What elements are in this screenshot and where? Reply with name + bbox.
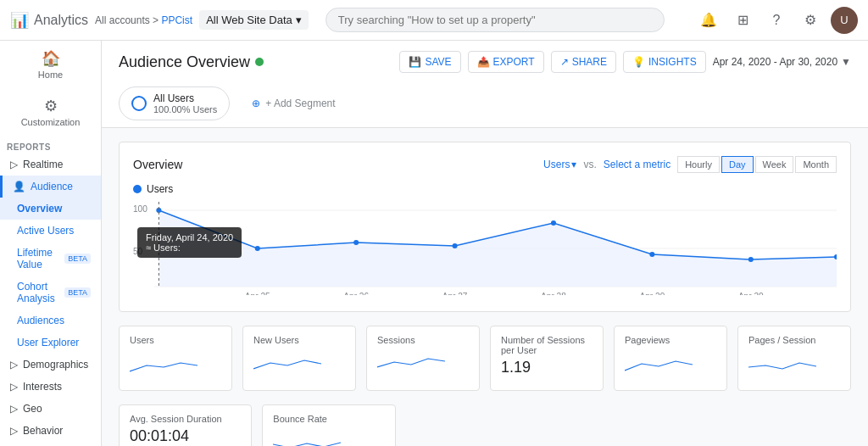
all-users-segment[interactable]: All Users 100.00% Users — [119, 86, 230, 120]
chevron-right-icon-geo: ▷ — [10, 403, 18, 415]
metrics-row: Users New Users Sessions — [119, 326, 851, 391]
date-range-arrow: ▼ — [841, 56, 851, 68]
home-icon: 🏠 — [42, 49, 60, 68]
chevron-right-icon: ▷ — [10, 159, 18, 170]
segment-bar: All Users 100.00% Users ⊕ + Add Segment — [119, 80, 851, 127]
app-title: Analytics — [34, 13, 88, 28]
chart-container: Overview Users ▾ vs. Select a metric Hou… — [119, 142, 851, 312]
save-button[interactable]: 💾 SAVE — [399, 51, 460, 73]
status-dot — [255, 58, 264, 66]
svg-point-9 — [453, 243, 458, 248]
settings-icon[interactable]: ⚙ — [797, 7, 824, 34]
metric-card-avg-session: Avg. Session Duration 00:01:04 — [119, 404, 252, 446]
sidebar-item-behavior[interactable]: ▷ Behavior — [0, 420, 101, 442]
share-button[interactable]: ↗ SHARE — [551, 51, 616, 73]
svg-text:Apr 25: Apr 25 — [245, 292, 270, 295]
nav-icons: 🔔 ⊞ ? ⚙ U — [695, 7, 858, 34]
page-header: Audience Overview 💾 SAVE 📤 EXPORT ↗ SHAR… — [102, 41, 868, 128]
add-segment-circle: ⊕ — [252, 98, 260, 109]
overview-label: Overview — [133, 158, 182, 171]
svg-text:Apr 26: Apr 26 — [343, 292, 369, 295]
time-btn-month[interactable]: Month — [795, 156, 837, 173]
sidebar-item-realtime[interactable]: ▷ Realtime — [0, 153, 101, 176]
sidebar-item-geo[interactable]: ▷ Geo — [0, 398, 101, 420]
new-users-sparkline — [253, 350, 321, 376]
sidebar-item-technology[interactable]: ▷ Technology — [0, 442, 101, 446]
svg-point-11 — [649, 252, 654, 257]
overview-header: Overview Users ▾ vs. Select a metric Hou… — [133, 156, 837, 173]
sidebar-item-user-explorer[interactable]: User Explorer — [0, 332, 101, 354]
sidebar-item-cohort[interactable]: Cohort Analysis BETA — [0, 276, 101, 309]
vs-label: vs. — [583, 159, 596, 170]
metric-card-new-users: New Users — [242, 326, 356, 391]
analytics-logo-icon: 📊 — [10, 11, 29, 30]
chevron-right-icon-beh: ▷ — [10, 425, 18, 437]
sidebar-item-active-users[interactable]: Active Users — [0, 220, 101, 242]
sidebar-item-overview[interactable]: Overview — [0, 198, 101, 220]
sidebar-item-home[interactable]: 🏠 Home — [0, 41, 101, 88]
sidebar-item-audience[interactable]: 👤 Audience — [0, 176, 101, 198]
logo-area: 📊 Analytics — [10, 11, 88, 30]
chevron-right-icon-int: ▷ — [10, 381, 18, 393]
select-metric-button[interactable]: Select a metric — [604, 159, 670, 170]
search-input[interactable] — [326, 8, 665, 32]
svg-point-10 — [551, 220, 556, 226]
svg-text:100: 100 — [133, 204, 147, 214]
users-legend-dot — [133, 185, 142, 193]
metric-card-pageviews: Pageviews — [614, 326, 727, 391]
segment-circle-icon — [131, 96, 147, 111]
metric-card-sessions-per-user: Number of Sessions per User 1.19 — [490, 326, 604, 391]
audience-icon: 👤 — [13, 181, 25, 192]
add-segment-button[interactable]: ⊕ + Add Segment — [240, 92, 347, 114]
pps-sparkline — [748, 350, 816, 376]
sidebar-item-audiences[interactable]: Audiences — [0, 309, 101, 332]
svg-point-7 — [255, 246, 260, 251]
time-btn-day[interactable]: Day — [721, 156, 754, 173]
export-button[interactable]: 📤 EXPORT — [468, 51, 544, 73]
page-header-top: Audience Overview 💾 SAVE 📤 EXPORT ↗ SHAR… — [119, 51, 851, 73]
svg-text:Apr 29: Apr 29 — [639, 292, 665, 295]
notifications-icon[interactable]: 🔔 — [695, 7, 722, 34]
time-btn-week[interactable]: Week — [755, 156, 794, 173]
page-title: Audience Overview — [119, 53, 264, 71]
chevron-right-icon-demo: ▷ — [10, 359, 18, 371]
bounce-sparkline — [273, 429, 341, 446]
sidebar-item-customization[interactable]: ⚙ Customization — [0, 88, 101, 136]
svg-text:Apr 30: Apr 30 — [738, 292, 764, 295]
metric-controls: Users ▾ vs. Select a metric — [543, 159, 670, 170]
metrics-row-2: Avg. Session Duration 00:01:04 Bounce Ra… — [119, 404, 851, 446]
breadcrumb: All accounts > PPCist — [95, 14, 192, 26]
apps-grid-icon[interactable]: ⊞ — [729, 7, 756, 34]
metric-card-users: Users — [119, 326, 232, 391]
sidebar: 🏠 Home ⚙ Customization REPORTS ▷ Realtim… — [0, 41, 102, 446]
main-layout: 🏠 Home ⚙ Customization REPORTS ▷ Realtim… — [0, 41, 868, 446]
reports-section-label: REPORTS — [0, 136, 101, 153]
avatar[interactable]: U — [831, 7, 858, 34]
metric-card-pages-per-session: Pages / Session — [737, 326, 851, 391]
time-btn-hourly[interactable]: Hourly — [677, 156, 720, 173]
sidebar-item-demographics[interactable]: ▷ Demographics — [0, 354, 101, 376]
svg-point-8 — [353, 240, 359, 245]
page-header-actions: 💾 SAVE 📤 EXPORT ↗ SHARE 💡 INSIGHTS Apr 2… — [399, 51, 851, 73]
metric-card-sessions: Sessions — [366, 326, 480, 391]
date-range-selector[interactable]: Apr 24, 2020 - Apr 30, 2020 ▼ — [713, 56, 851, 68]
sidebar-item-interests[interactable]: ▷ Interests — [0, 376, 101, 398]
sessions-sparkline — [377, 350, 445, 376]
time-buttons: Hourly Day Week Month — [677, 156, 837, 173]
sidebar-item-lifetime-value[interactable]: Lifetime Value BETA — [0, 242, 101, 276]
main-content: Audience Overview 💾 SAVE 📤 EXPORT ↗ SHAR… — [102, 41, 868, 446]
svg-text:Apr 28: Apr 28 — [541, 292, 566, 295]
chart-tooltip: Friday, April 24, 2020 ≈ Users: — [137, 227, 242, 258]
pageviews-sparkline — [625, 350, 693, 376]
metric-card-bounce-rate: Bounce Rate — [262, 404, 395, 446]
users-legend-label: Users — [147, 183, 173, 195]
chart-legend: Users — [133, 183, 837, 195]
content-area: Overview Users ▾ vs. Select a metric Hou… — [102, 128, 868, 446]
property-selector[interactable]: All Web Site Data ▾ — [199, 10, 309, 30]
top-nav: 📊 Analytics All accounts > PPCist All We… — [0, 0, 868, 41]
svg-point-12 — [748, 257, 754, 262]
customization-icon: ⚙ — [44, 97, 58, 115]
insights-button[interactable]: 💡 INSIGHTS — [623, 51, 706, 73]
metric-select-dropdown[interactable]: Users ▾ — [543, 159, 576, 170]
help-icon[interactable]: ? — [763, 7, 790, 34]
